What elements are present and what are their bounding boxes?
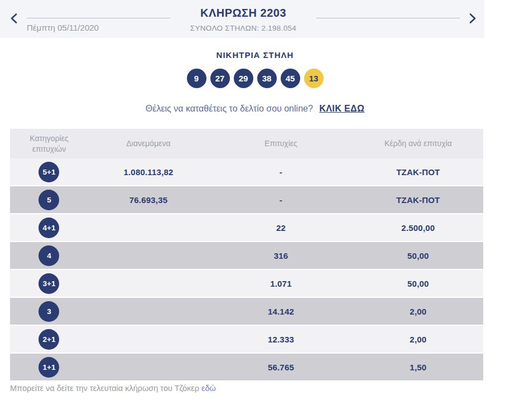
joker-draw-results-page: Πέμπτη 05/11/2020 ΚΛΗΡΩΣΗ 2203 ΣΥΝΟΛΟ ΣΤ… bbox=[0, 0, 510, 420]
column-header-categories: Κατηγορίες επιτυχιών bbox=[10, 133, 88, 155]
draw-date: Πέμπτη 05/11/2020 bbox=[27, 23, 170, 32]
category-cell: 3+1 bbox=[10, 273, 88, 294]
table-row: 5 76.693,35 - ΤΖΑΚ-ΠΟΤ bbox=[10, 186, 483, 214]
prize-per-winner: ΤΖΑΚ-ΠΟΤ bbox=[353, 167, 483, 177]
winners-count: 12.333 bbox=[209, 335, 353, 344]
draw-title-block: ΚΛΗΡΩΣΗ 2203 ΣΥΝΟΛΟ ΣΤΗΛΩΝ: 2.198.054 bbox=[179, 0, 307, 32]
winners-count: - bbox=[209, 195, 353, 205]
distributed-amount: 76.693,35 bbox=[88, 195, 209, 205]
prize-per-winner: 2,00 bbox=[353, 307, 483, 316]
draw-date-block: Πέμπτη 05/11/2020 bbox=[27, 0, 170, 32]
winning-numbers: 92729384513 bbox=[0, 69, 510, 88]
category-badge: 5+1 bbox=[39, 162, 59, 182]
prize-per-winner: 50,00 bbox=[353, 279, 483, 288]
table-row: 4+1 22 2.500,00 bbox=[10, 214, 483, 242]
winning-number-ball: 38 bbox=[257, 69, 277, 88]
winning-number-ball: 9 bbox=[187, 69, 206, 88]
category-cell: 4 bbox=[10, 245, 88, 266]
winning-column-section: ΝΙΚΗΤΡΙΑ ΣΤΗΛΗ 92729384513 bbox=[0, 50, 510, 88]
winning-number-ball: 29 bbox=[234, 69, 253, 88]
winning-column-title: ΝΙΚΗΤΡΙΑ ΣΤΗΛΗ bbox=[0, 50, 510, 60]
winning-number-ball: 27 bbox=[210, 69, 230, 88]
winning-number-ball: 45 bbox=[281, 69, 300, 88]
prize-per-winner: 2.500,00 bbox=[353, 223, 483, 233]
footer-note: Μπορείτε να δείτε την τελευταία κλήρωση … bbox=[10, 384, 510, 393]
total-columns-label: ΣΥΝΟΛΟ ΣΤΗΛΩΝ: 2.198.054 bbox=[179, 24, 307, 32]
category-badge: 1+1 bbox=[39, 357, 59, 378]
category-badge: 5 bbox=[39, 190, 59, 210]
divider-block-right bbox=[316, 0, 460, 18]
divider-line-right bbox=[316, 18, 460, 18]
winners-count: 22 bbox=[209, 223, 353, 233]
next-draw-button[interactable] bbox=[469, 13, 477, 24]
table-row: 1+1 56.765 1,50 bbox=[10, 354, 483, 382]
previous-draw-button[interactable] bbox=[10, 13, 18, 24]
category-badge: 2+1 bbox=[39, 329, 59, 350]
cta-link[interactable]: ΚΛΙΚ ΕΔΩ bbox=[319, 104, 364, 113]
category-cell: 5+1 bbox=[10, 162, 88, 182]
table-row: 5+1 1.080.113,82 - ΤΖΑΚ-ΠΟΤ bbox=[10, 158, 483, 186]
results-table-body: 5+1 1.080.113,82 - ΤΖΑΚ-ΠΟΤ 5 76.693,35 … bbox=[10, 158, 483, 382]
category-cell: 1+1 bbox=[10, 357, 88, 378]
category-badge: 3 bbox=[39, 301, 59, 322]
footer-link[interactable]: εδώ bbox=[201, 384, 216, 393]
prize-per-winner: 1,50 bbox=[353, 363, 483, 372]
results-table: Κατηγορίες επιτυχιών Διανεμόμενα Επιτυχί… bbox=[10, 129, 483, 382]
table-row: 4 316 50,00 bbox=[10, 242, 483, 270]
category-cell: 3 bbox=[10, 301, 88, 322]
category-cell: 4+1 bbox=[10, 218, 88, 238]
category-badge: 3+1 bbox=[39, 273, 59, 294]
table-row: 2+1 12.333 2,00 bbox=[10, 326, 483, 354]
winners-count: 56.765 bbox=[209, 363, 353, 372]
draw-title: ΚΛΗΡΩΣΗ 2203 bbox=[179, 7, 307, 20]
winners-count: - bbox=[209, 167, 353, 177]
chevron-right-icon bbox=[469, 17, 477, 26]
table-row: 3+1 1.071 50,00 bbox=[10, 270, 483, 298]
chevron-left-icon bbox=[10, 17, 18, 26]
winners-count: 14.142 bbox=[209, 307, 353, 316]
category-badge: 4+1 bbox=[39, 218, 59, 238]
winners-count: 316 bbox=[209, 251, 353, 260]
column-header-winners: Επιτυχίες bbox=[209, 138, 353, 149]
table-row: 3 14.142 2,00 bbox=[10, 298, 483, 326]
prize-per-winner: ΤΖΑΚ-ΠΟΤ bbox=[353, 195, 483, 205]
category-badge: 4 bbox=[39, 245, 59, 266]
prize-per-winner: 2,00 bbox=[353, 335, 483, 344]
draw-header: Πέμπτη 05/11/2020 ΚΛΗΡΩΣΗ 2203 ΣΥΝΟΛΟ ΣΤ… bbox=[0, 0, 484, 38]
cta-text: Θέλεις να καταθέτεις το δελτίο σου onlin… bbox=[146, 104, 313, 113]
prize-per-winner: 50,00 bbox=[353, 251, 483, 260]
distributed-amount: 1.080.113,82 bbox=[88, 167, 209, 177]
category-cell: 5 bbox=[10, 190, 88, 210]
winners-count: 1.071 bbox=[209, 279, 353, 288]
cta-line: Θέλεις να καταθέτεις το δελτίο σου onlin… bbox=[0, 104, 510, 114]
footer-text: Μπορείτε να δείτε την τελευταία κλήρωση … bbox=[10, 384, 199, 393]
column-header-prize: Κέρδη ανά επιτυχία bbox=[353, 138, 483, 149]
results-table-header: Κατηγορίες επιτυχιών Διανεμόμενα Επιτυχί… bbox=[10, 129, 483, 158]
divider-line-left bbox=[27, 18, 170, 18]
category-cell: 2+1 bbox=[10, 329, 88, 350]
joker-number-ball: 13 bbox=[304, 69, 324, 88]
column-header-distributed: Διανεμόμενα bbox=[88, 138, 209, 149]
